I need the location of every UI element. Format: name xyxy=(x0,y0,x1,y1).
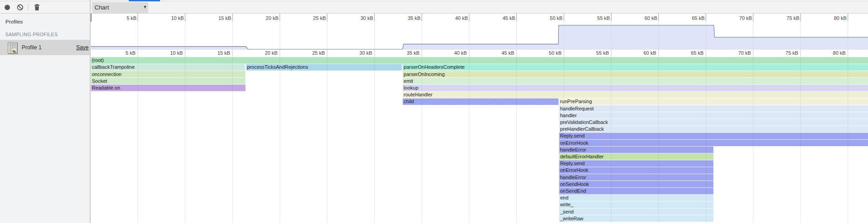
svg-text:onErrorHook: onErrorHook xyxy=(560,140,589,146)
svg-text:Reply.send: Reply.send xyxy=(560,133,585,138)
svg-text:5 kB: 5 kB xyxy=(126,15,136,21)
svg-text:emit: emit xyxy=(404,78,413,84)
svg-text:(root): (root) xyxy=(92,57,104,63)
svg-text:15 kB: 15 kB xyxy=(218,50,230,56)
svg-text:75 kB: 75 kB xyxy=(786,15,799,21)
svg-text:80 kB: 80 kB xyxy=(833,50,846,56)
svg-text:80 kB: 80 kB xyxy=(834,15,847,21)
svg-text:55 kB: 55 kB xyxy=(597,15,610,21)
svg-text:70 kB: 70 kB xyxy=(739,15,752,21)
svg-text:routeHandler: routeHandler xyxy=(404,92,433,97)
svg-text:15 kB: 15 kB xyxy=(218,15,231,21)
svg-text:handleRequest: handleRequest xyxy=(560,106,594,111)
svg-text:65 kB: 65 kB xyxy=(692,15,704,21)
svg-text:40 kB: 40 kB xyxy=(454,50,467,56)
svg-text:preHandlerCallback: preHandlerCallback xyxy=(560,126,604,132)
svg-text:%: % xyxy=(12,49,16,53)
svg-text:handleError: handleError xyxy=(560,175,587,180)
svg-text:onconnection: onconnection xyxy=(92,71,121,77)
svg-text:65 kB: 65 kB xyxy=(691,50,703,56)
svg-text:end: end xyxy=(560,195,568,200)
svg-text:35 kB: 35 kB xyxy=(407,50,419,56)
svg-text:parserOnHeadersComplete: parserOnHeadersComplete xyxy=(404,64,465,70)
svg-text:Reply.send: Reply.send xyxy=(560,161,585,166)
svg-text:30 kB: 30 kB xyxy=(360,15,373,21)
svg-text:25 kB: 25 kB xyxy=(312,50,325,56)
svg-text:40 kB: 40 kB xyxy=(455,15,468,21)
svg-text:parserOnIncoming: parserOnIncoming xyxy=(404,71,445,77)
svg-text:child: child xyxy=(404,99,414,104)
svg-text:Socket: Socket xyxy=(92,78,107,84)
svg-text:write_: write_ xyxy=(560,202,574,207)
svg-text:70 kB: 70 kB xyxy=(738,50,751,56)
svg-text:45 kB: 45 kB xyxy=(503,15,515,21)
svg-text:_send: _send xyxy=(560,209,574,214)
svg-text:handleError: handleError xyxy=(560,147,587,152)
svg-text:5 kB: 5 kB xyxy=(126,50,136,56)
svg-text:_writeRaw: _writeRaw xyxy=(560,216,583,221)
svg-text:onErrorHook: onErrorHook xyxy=(560,167,589,173)
svg-text:30 kB: 30 kB xyxy=(359,50,372,56)
svg-text:45 kB: 45 kB xyxy=(501,50,514,56)
svg-text:handler: handler xyxy=(560,113,577,118)
svg-text:defaultErrorHandler: defaultErrorHandler xyxy=(560,154,604,159)
svg-text:10 kB: 10 kB xyxy=(171,15,184,21)
svg-text:processTicksAndRejections: processTicksAndRejections xyxy=(247,64,308,70)
svg-text:60 kB: 60 kB xyxy=(644,50,656,56)
svg-text:Readable.on: Readable.on xyxy=(92,85,120,90)
svg-text:onSendEnd: onSendEnd xyxy=(560,188,587,194)
svg-text:lookup: lookup xyxy=(404,85,418,90)
svg-text:20 kB: 20 kB xyxy=(266,15,278,21)
svg-text:50 kB: 50 kB xyxy=(549,50,562,56)
svg-text:onSendHook: onSendHook xyxy=(560,181,589,187)
svg-text:50 kB: 50 kB xyxy=(550,15,563,21)
svg-text:runPreParsing: runPreParsing xyxy=(560,99,592,104)
svg-text:60 kB: 60 kB xyxy=(645,15,657,21)
svg-text:callbackTrampoline: callbackTrampoline xyxy=(92,64,135,70)
svg-text:55 kB: 55 kB xyxy=(596,50,609,56)
svg-text:20 kB: 20 kB xyxy=(265,50,277,56)
svg-text:preValidationCallback: preValidationCallback xyxy=(560,119,608,125)
svg-text:35 kB: 35 kB xyxy=(408,15,421,21)
svg-text:75 kB: 75 kB xyxy=(786,50,798,56)
svg-text:10 kB: 10 kB xyxy=(170,50,183,56)
svg-text:25 kB: 25 kB xyxy=(313,15,326,21)
